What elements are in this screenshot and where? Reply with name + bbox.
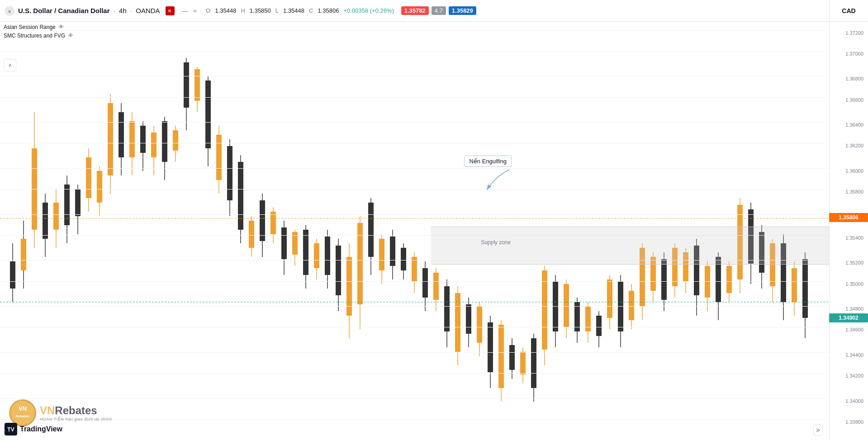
chart-container: $ U.S. Dollar / Canadian Dollar · 4h · O… (0, 0, 868, 440)
svg-rect-80 (422, 268, 428, 298)
svg-rect-98 (520, 352, 526, 374)
indicators-panel: Asian Session Range 👁 SMC Structures and… (4, 24, 74, 39)
svg-rect-94 (498, 325, 504, 388)
svg-rect-70 (368, 203, 374, 257)
price-level-6: 1.36200 (829, 143, 866, 148)
svg-rect-36 (184, 62, 189, 108)
svg-rect-150 (802, 259, 808, 318)
svg-rect-54 (281, 227, 287, 259)
change-value: +0.00358 (+0.26%) (343, 7, 394, 14)
cad-label[interactable]: CAD (829, 0, 868, 22)
svg-rect-62 (325, 237, 330, 275)
high-value: 1.35850 (250, 7, 271, 14)
price-level-11: 1.35200 (829, 260, 866, 265)
svg-rect-46 (238, 162, 243, 230)
price-level-2: 1.37000 (829, 51, 866, 57)
svg-rect-44 (227, 146, 232, 200)
svg-rect-104 (553, 282, 558, 331)
low-value: 1.35448 (283, 7, 304, 14)
header-bar: $ U.S. Dollar / Canadian Dollar · 4h · O… (0, 0, 868, 22)
symbol-icon: $ (5, 6, 14, 16)
svg-rect-22 (108, 103, 113, 175)
svg-rect-14 (64, 185, 70, 225)
price-axis: 1.37200 1.37000 1.36800 1.36600 1.36400 … (829, 22, 868, 440)
svg-rect-28 (140, 126, 146, 153)
symbol-info: $ U.S. Dollar / Canadian Dollar · 4h · O… (5, 6, 197, 16)
price-level-7: 1.36000 (829, 168, 866, 174)
svg-rect-72 (379, 239, 384, 270)
engulfing-label: Nến Engulfing (464, 156, 511, 167)
supply-zone-label: Supply zone (481, 239, 511, 246)
watermark: VN Rebates VN Rebates HOÀN TIỀN mọi giao… (9, 399, 112, 426)
chart-area[interactable]: Supply zone Nến Engulfing (0, 22, 829, 440)
price-badge-grey: 4.7 (432, 6, 446, 15)
collapse-button[interactable]: ∧ (4, 59, 16, 71)
price-level-15: 1.34400 (829, 352, 866, 358)
asian-session-label: Asian Session Range (4, 24, 56, 30)
svg-rect-116 (618, 282, 623, 331)
svg-rect-60 (314, 243, 319, 268)
vn-brand-text: VN Rebates HOÀN TIỀN mọi giao dịch tài c… (40, 404, 112, 421)
open-value: 1.35448 (215, 7, 236, 14)
eye-icon-asian[interactable]: 👁 (58, 24, 64, 30)
svg-rect-76 (401, 248, 406, 270)
current-price-badge: 1.35806 (829, 213, 868, 222)
svg-text:TV: TV (7, 426, 14, 433)
svg-rect-10 (43, 203, 48, 239)
svg-rect-102 (542, 270, 547, 350)
price-level-13: 1.34800 (829, 306, 866, 312)
close-label: C (309, 7, 313, 14)
expand-button[interactable]: » (813, 425, 823, 435)
svg-text:$: $ (9, 9, 11, 14)
line-icon2: ≈ (194, 7, 197, 14)
bottom-price-badge: 1.34902 (829, 313, 868, 322)
price-level-10: 1.35400 (829, 235, 866, 241)
svg-rect-148 (792, 268, 797, 302)
price-level-14: 1.34600 (829, 327, 866, 332)
svg-rect-34 (173, 130, 178, 151)
vn-part: VN (40, 404, 55, 417)
price-level-12: 1.35000 (829, 281, 866, 287)
svg-rect-4 (10, 261, 15, 289)
svg-rect-106 (564, 284, 569, 327)
svg-rect-114 (607, 279, 612, 318)
svg-rect-18 (86, 157, 91, 198)
price-badge-blue: 1.35829 (449, 6, 476, 15)
price-level-18: 1.33800 (829, 419, 866, 425)
eye-icon-smc[interactable]: 👁 (68, 32, 74, 39)
vn-logo: VN Rebates (9, 399, 36, 426)
rebates-part: Rebates (55, 404, 97, 417)
engulfing-arrow (482, 167, 518, 194)
svg-rect-16 (75, 189, 81, 216)
ohlc-info: O 1.35448 H 1.35850 L 1.35448 C 1.35806 … (206, 7, 394, 14)
svg-rect-12 (53, 203, 59, 230)
svg-rect-20 (97, 171, 102, 203)
price-level-17: 1.34000 (829, 398, 866, 404)
open-label: O (206, 7, 210, 14)
price-level-8: 1.35800 (829, 189, 866, 194)
svg-rect-110 (585, 307, 591, 331)
svg-rect-132 (705, 266, 710, 298)
svg-rect-66 (346, 257, 352, 316)
svg-rect-42 (216, 135, 222, 180)
svg-rect-30 (151, 132, 157, 157)
svg-rect-118 (629, 291, 634, 320)
svg-rect-136 (726, 266, 732, 293)
svg-rect-96 (509, 345, 515, 370)
svg-rect-24 (119, 112, 124, 157)
svg-rect-74 (390, 237, 395, 266)
line-icon1: — (182, 7, 188, 14)
tradingview-logo: TV TradingView (5, 423, 62, 435)
tradingview-icon: TV (5, 423, 17, 435)
price-level-16: 1.34200 (829, 373, 866, 378)
svg-rect-84 (444, 286, 450, 331)
svg-text:VN: VN (19, 405, 27, 412)
svg-text:Rebates: Rebates (15, 414, 30, 418)
price-level-3: 1.36800 (829, 76, 866, 81)
engulfing-annotation: Nến Engulfing (464, 156, 511, 167)
svg-rect-64 (336, 246, 341, 295)
close-value: 1.35806 (318, 7, 339, 14)
indicator-smc: SMC Structures and FVG 👁 (4, 32, 74, 39)
price-badges: 1.35782 4.7 1.35829 (401, 6, 476, 15)
svg-rect-124 (661, 259, 667, 300)
